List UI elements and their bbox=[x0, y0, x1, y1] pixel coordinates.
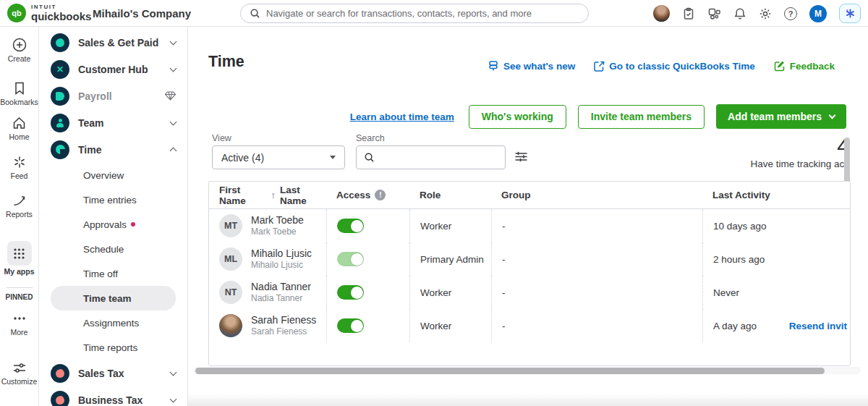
search-icon bbox=[250, 8, 260, 19]
member-subtitle: Nadia Tanner bbox=[251, 293, 311, 304]
member-role: Worker bbox=[409, 276, 491, 309]
horizontal-scrollbar-track[interactable] bbox=[194, 367, 861, 374]
table-row: NT Nadia Tanner Nadia Tanner Worker - Ne… bbox=[209, 276, 850, 309]
sidebar-item-time-reports[interactable]: Time reports bbox=[39, 335, 187, 360]
whos-working-button[interactable]: Who's working bbox=[469, 105, 566, 129]
notifications-bell-icon[interactable] bbox=[733, 7, 746, 20]
rail-item-customize[interactable]: Customize bbox=[0, 360, 38, 386]
rail-item-my-apps[interactable]: My apps bbox=[0, 241, 38, 276]
sidebar-item-time-entries[interactable]: Time entries bbox=[39, 187, 187, 212]
view-dropdown[interactable]: Active (4) bbox=[212, 145, 345, 169]
add-team-members-button[interactable]: Add team members bbox=[716, 104, 846, 129]
bottom-fade bbox=[188, 394, 868, 406]
rail-item-create[interactable]: Create bbox=[0, 37, 38, 63]
sidebar-item-business-tax[interactable]: Business Tax bbox=[39, 386, 187, 406]
last-activity: 2 hours ago bbox=[713, 254, 765, 265]
member-name: Mark Toebe bbox=[251, 214, 304, 227]
sidebar-item-assignments[interactable]: Assignments bbox=[39, 310, 187, 335]
chevron-down-icon bbox=[170, 395, 177, 402]
sidebar-item-schedule[interactable]: Schedule bbox=[39, 237, 187, 261]
home-icon bbox=[0, 115, 38, 131]
more-dots-icon bbox=[0, 310, 38, 326]
table-header-row: First Name ↑ Last Name Access ! Role Gro… bbox=[209, 182, 850, 209]
learn-about-time-team-link[interactable]: Learn about time team bbox=[350, 111, 454, 122]
rail-item-bookmarks[interactable]: Bookmarks bbox=[0, 80, 38, 106]
table-row: ML Mihailo Ljusic Mihailo Ljusic Primary… bbox=[209, 242, 850, 276]
sidebar-item-approvals[interactable]: Approvals bbox=[39, 212, 187, 237]
access-toggle[interactable] bbox=[337, 252, 364, 266]
top-bar: qb INTUIT quickbooks Mihailo's Company bbox=[0, 0, 868, 27]
chevron-down-icon bbox=[170, 64, 177, 72]
customer-hub-icon: ✕ bbox=[51, 60, 69, 79]
sidebar-item-time-team[interactable]: Time team bbox=[51, 286, 176, 310]
sales-tax-icon bbox=[51, 364, 69, 383]
last-activity: Never bbox=[713, 287, 739, 298]
reports-chart-icon bbox=[0, 193, 38, 208]
member-name: Mihailo Ljusic bbox=[251, 248, 312, 261]
access-toggle[interactable] bbox=[337, 219, 364, 233]
bookmark-icon bbox=[0, 80, 38, 96]
rail-divider bbox=[7, 287, 33, 288]
avatar-initials: MT bbox=[219, 214, 242, 237]
tracking-count: 4 bbox=[750, 134, 849, 158]
invite-team-members-button[interactable]: Invite team members bbox=[578, 105, 705, 129]
business-tax-icon bbox=[51, 391, 69, 406]
access-toggle[interactable] bbox=[337, 285, 364, 300]
intuit-assist-button[interactable] bbox=[839, 4, 861, 23]
sidebar-item-overview[interactable]: Overview bbox=[39, 163, 187, 187]
team-table: First Name ↑ Last Name Access ! Role Gro… bbox=[208, 181, 851, 366]
filter-settings-icon[interactable] bbox=[514, 151, 528, 163]
avatar-photo bbox=[219, 314, 242, 337]
rail-item-more[interactable]: More bbox=[0, 310, 38, 337]
team-icon bbox=[51, 114, 69, 132]
rail-item-reports[interactable]: Reports bbox=[0, 193, 38, 219]
header-name[interactable]: First Name ↑ Last Name bbox=[209, 182, 326, 208]
brand-intuit: INTUIT bbox=[31, 4, 91, 10]
member-role: Worker bbox=[409, 309, 491, 342]
resend-invite-link[interactable]: Resend invit bbox=[789, 321, 847, 331]
tasks-clipboard-icon[interactable] bbox=[682, 7, 695, 20]
global-search-input[interactable] bbox=[266, 8, 579, 19]
member-subtitle: Sarah Fieness bbox=[251, 326, 316, 337]
tracking-count-caption: Have time tracking acc bbox=[750, 158, 849, 169]
table-search[interactable] bbox=[356, 145, 506, 169]
sort-ascending-icon: ↑ bbox=[271, 190, 276, 200]
header-role: Role bbox=[409, 182, 491, 208]
feed-spark-icon bbox=[0, 154, 38, 170]
member-name: Sarah Fieness bbox=[251, 314, 316, 327]
sidebar-item-customer-hub[interactable]: ✕ Customer Hub bbox=[39, 56, 187, 83]
user-avatar-photo[interactable] bbox=[653, 5, 670, 22]
see-whats-new-link[interactable]: See what's new bbox=[488, 60, 575, 72]
sidebar-item-time-off[interactable]: Time off bbox=[39, 261, 187, 286]
chevron-down-icon bbox=[829, 112, 836, 119]
help-icon[interactable]: ? bbox=[784, 7, 797, 20]
sidebar-item-payroll[interactable]: Payroll bbox=[39, 83, 187, 109]
feedback-link[interactable]: Feedback bbox=[774, 60, 835, 72]
sidebar-item-sales-get-paid[interactable]: Sales & Get Paid bbox=[39, 29, 187, 56]
chevron-up-icon bbox=[170, 148, 177, 155]
sidebar-item-sales-tax[interactable]: Sales Tax bbox=[39, 360, 187, 386]
sales-get-paid-icon bbox=[51, 33, 69, 52]
sidebar-item-team[interactable]: Team bbox=[39, 109, 187, 136]
apps-icon[interactable] bbox=[707, 7, 721, 20]
search-label: Search bbox=[356, 133, 385, 143]
last-activity: A day ago bbox=[713, 321, 757, 331]
member-role: Worker bbox=[409, 209, 491, 242]
horizontal-scrollbar-thumb[interactable] bbox=[195, 368, 825, 374]
premium-diamond-icon bbox=[165, 91, 176, 101]
member-subtitle: Mark Toebe bbox=[251, 227, 304, 237]
info-icon[interactable]: ! bbox=[375, 190, 386, 200]
settings-gear-icon[interactable] bbox=[759, 7, 772, 20]
account-avatar[interactable]: M bbox=[809, 5, 827, 22]
rail-item-home[interactable]: Home bbox=[0, 115, 38, 141]
access-toggle[interactable] bbox=[337, 318, 364, 333]
quickbooks-logo[interactable]: qb INTUIT quickbooks bbox=[7, 4, 91, 22]
whats-new-icon bbox=[488, 60, 499, 72]
go-to-classic-link[interactable]: Go to classic QuickBooks Time bbox=[594, 61, 755, 72]
main-content: Time See what's new Go to classic QuickB… bbox=[188, 27, 868, 406]
member-group: - bbox=[491, 242, 702, 276]
sidebar-item-time[interactable]: Time bbox=[39, 136, 187, 163]
table-search-input[interactable] bbox=[380, 152, 498, 163]
rail-item-feed[interactable]: Feed bbox=[0, 154, 38, 180]
global-search[interactable] bbox=[240, 4, 589, 23]
